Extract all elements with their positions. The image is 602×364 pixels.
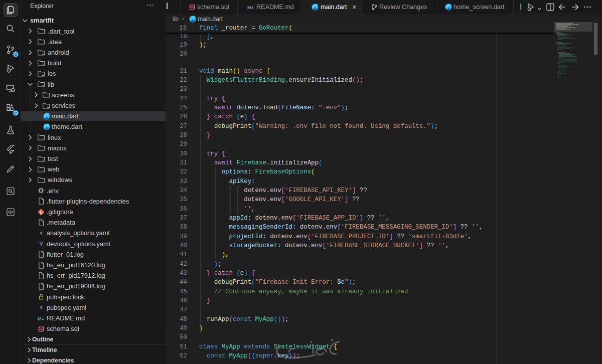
- svg-text:Y: Y: [40, 231, 43, 237]
- svg-text:Y: Y: [40, 305, 43, 311]
- svg-text:M: M: [38, 316, 42, 321]
- svg-text:Y: Y: [40, 241, 43, 247]
